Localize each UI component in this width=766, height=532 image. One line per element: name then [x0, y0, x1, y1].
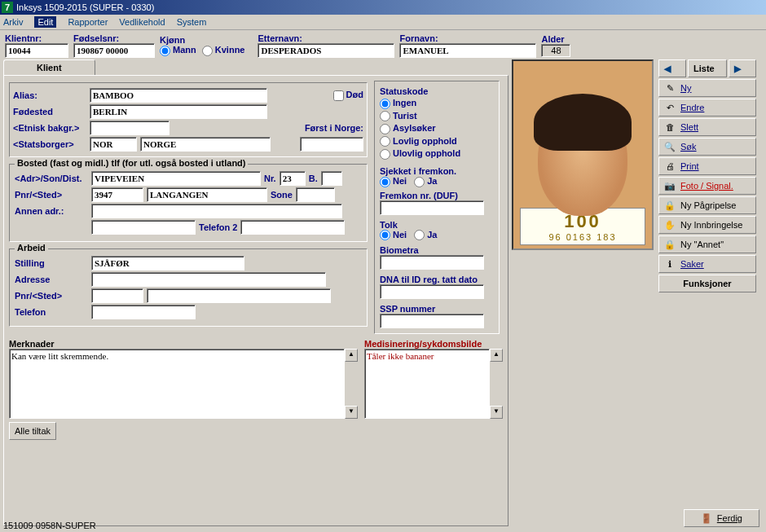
scroll-down-icon[interactable]: ▼	[490, 406, 503, 419]
sone-input[interactable]	[296, 187, 335, 202]
foto-button[interactable]: 📷Foto / Signal.	[658, 177, 756, 195]
dna-input[interactable]	[380, 284, 484, 299]
status-asyl[interactable]: Asylsøker	[380, 123, 494, 134]
dod-label: Død	[346, 90, 363, 99]
nr-label: Nr.	[264, 174, 276, 183]
status-footer: 151009 0958N-SUPER	[3, 521, 96, 530]
status-ingen[interactable]: Ingen	[380, 98, 494, 109]
etnisk-input[interactable]	[90, 121, 169, 135]
nr-input[interactable]	[280, 171, 306, 186]
liste-button[interactable]: Liste	[688, 59, 727, 77]
status-turist[interactable]: Turist	[380, 111, 494, 122]
alder-value: 48	[541, 44, 570, 57]
fremkon-input[interactable]	[380, 200, 484, 215]
annen-adr-label: Annen adr.:	[15, 206, 88, 216]
forst-norge-input[interactable]	[300, 137, 363, 152]
sjekket-nei-radio[interactable]	[380, 177, 390, 187]
adr-input[interactable]	[91, 171, 261, 186]
merknader-textarea[interactable]: Kan være litt skremmende.	[9, 349, 345, 419]
tolk-nei-radio[interactable]	[380, 230, 390, 240]
etternavn-label: Etternavn:	[258, 33, 394, 43]
ferdig-button[interactable]: 🚪 Ferdig	[684, 509, 759, 527]
kjonn-kvinne-radio[interactable]	[202, 46, 213, 56]
pnr-label[interactable]: Pnr/<Sted>	[15, 190, 88, 200]
klientnr-input[interactable]	[5, 43, 68, 58]
annet-button[interactable]: 🔒Ny "Annet"	[658, 235, 756, 253]
menu-vedlikehold[interactable]: Vedlikehold	[119, 17, 165, 27]
next-button[interactable]: ▶	[729, 59, 756, 77]
arbeid-sted-input[interactable]	[147, 288, 331, 303]
adr-label[interactable]: <Adr>/Son/Dist.	[15, 174, 88, 183]
pagripelse-button[interactable]: 🔒Ny Pågripelse	[658, 196, 756, 214]
statsborger-name-input[interactable]	[140, 137, 271, 152]
alder-label: Alder	[541, 34, 570, 44]
b-input[interactable]	[321, 171, 342, 186]
sone-label: Sone	[271, 190, 293, 200]
alias-input[interactable]	[90, 88, 267, 103]
slett-button[interactable]: 🗑Slett	[658, 118, 756, 136]
kjonn-mann-radio[interactable]	[160, 46, 170, 56]
telefon2-input[interactable]	[240, 220, 345, 235]
sted-input[interactable]	[147, 187, 267, 202]
stilling-input[interactable]	[91, 256, 244, 270]
funksjoner-button[interactable]: Funksjoner	[658, 275, 756, 292]
menu-rapporter[interactable]: Rapporter	[68, 17, 108, 27]
forst-norge-label: Først i Norge:	[305, 123, 363, 133]
biometra-input[interactable]	[380, 255, 484, 270]
lock-icon: 🔒	[664, 200, 676, 211]
fremkon-label: Fremkon nr. (DUF)	[380, 191, 494, 200]
fornavn-input[interactable]	[399, 43, 536, 58]
prev-button[interactable]: ◀	[658, 59, 686, 77]
innbringelse-button[interactable]: ✋Ny Innbringelse	[658, 216, 756, 234]
status-ulovlig[interactable]: Ulovlig opphold	[380, 148, 494, 160]
medisinering-textarea[interactable]: Tåler ikke bananer	[364, 349, 490, 419]
arbeid-adresse-label: Adresse	[15, 275, 88, 284]
menu-system[interactable]: System	[177, 17, 207, 27]
trash-icon: 🗑	[664, 122, 676, 132]
menu-arkiv[interactable]: Arkiv	[3, 17, 23, 27]
scroll-up-icon[interactable]: ▲	[345, 349, 358, 362]
arbeid-telefon-input[interactable]	[91, 305, 196, 319]
arbeid-pnr-label[interactable]: Pnr/<Sted>	[15, 291, 88, 301]
door-icon: 🚪	[701, 513, 712, 524]
etnisk-label[interactable]: <Etnisk bakgr.>	[13, 123, 86, 133]
alle-tiltak-button[interactable]: Alle tiltak	[9, 422, 56, 440]
fodselsnr-label: Fødselsnr:	[73, 33, 155, 43]
pnr-input[interactable]	[91, 187, 143, 202]
fodested-input[interactable]	[90, 104, 267, 119]
print-button[interactable]: 🖨Print	[658, 157, 756, 175]
tolk-ja-radio[interactable]	[414, 230, 425, 240]
annen-adr-input1[interactable]	[91, 204, 342, 218]
ssp-input[interactable]	[380, 314, 484, 328]
scroll-up-icon[interactable]: ▲	[490, 349, 503, 362]
status-lovlig[interactable]: Lovlig opphold	[380, 136, 494, 147]
scroll-down-icon[interactable]: ▼	[345, 406, 358, 419]
medisinering-label: Medisinering/sykdomsbilde	[364, 339, 503, 349]
etternavn-input[interactable]	[258, 43, 394, 58]
arbeid-pnr-input[interactable]	[91, 288, 143, 303]
tab-klient[interactable]: Klient	[3, 59, 95, 75]
alias-label: Alias:	[13, 90, 86, 100]
lock-icon: 🔒	[664, 240, 676, 250]
menu-edit[interactable]: Edit	[34, 16, 56, 28]
window-title: Inksys 1509-2015 (SUPER - 0330)	[16, 2, 154, 12]
app-icon: 7	[2, 2, 13, 13]
stilling-label: Stilling	[15, 258, 88, 268]
annen-adr-input2[interactable]	[91, 220, 196, 235]
kjonn-mann-label: Mann	[173, 45, 196, 55]
fodselsnr-input[interactable]	[73, 43, 155, 58]
arbeid-adresse-input[interactable]	[91, 272, 326, 287]
placard-small: 96 0163 183	[526, 232, 640, 242]
sjekket-ja-radio[interactable]	[414, 177, 425, 187]
ny-button[interactable]: ✎Ny	[658, 79, 756, 97]
dod-checkbox[interactable]	[333, 90, 344, 101]
kjonn-label: Kjønn	[160, 35, 244, 45]
camera-icon: 📷	[664, 181, 676, 191]
endre-button[interactable]: ↶Endre	[658, 99, 756, 117]
arbeid-legend: Arbeid	[15, 243, 48, 253]
statsborger-code-input[interactable]	[90, 137, 137, 152]
sok-button[interactable]: 🔍Søk	[658, 138, 756, 156]
pencil-icon: ✎	[664, 83, 676, 94]
statsborger-label[interactable]: <Statsborger>	[13, 139, 86, 149]
saker-button[interactable]: ℹSaker	[658, 255, 756, 273]
